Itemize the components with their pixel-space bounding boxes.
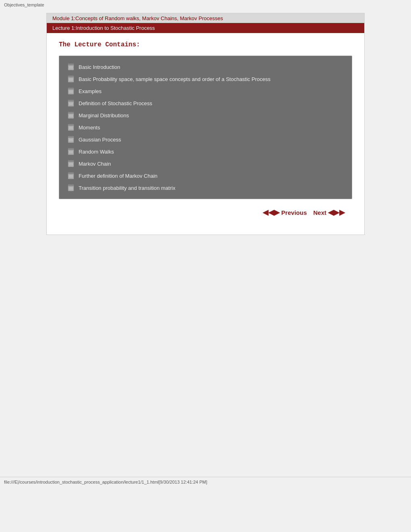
topic-label: Examples [79, 88, 102, 94]
topic-label: Basic Probability space, sample space co… [79, 76, 270, 82]
breadcrumb-module[interactable]: Module 1:Concepts of Random walks, Marko… [47, 13, 364, 23]
svg-rect-13 [68, 100, 74, 102]
topic-icon [67, 136, 75, 143]
topic-icon [67, 184, 75, 191]
svg-rect-9 [68, 88, 74, 89]
svg-rect-29 [68, 148, 74, 150]
breadcrumb-bar: Module 1:Concepts of Random walks, Marko… [47, 13, 364, 33]
topic-icon [67, 112, 75, 119]
topic-icon [67, 160, 75, 167]
topic-icon [67, 124, 75, 131]
topic-label: Random Walks [79, 149, 114, 155]
svg-rect-33 [68, 160, 74, 162]
topic-label: Definition of Stochastic Process [79, 100, 152, 106]
topic-label: Marginal Distributions [79, 112, 129, 118]
topics-box: Basic Introduction Basic Probability spa… [59, 56, 352, 199]
topic-item[interactable]: Random Walks [66, 145, 345, 158]
topic-item[interactable]: Gaussian Process [66, 133, 345, 145]
topic-icon [67, 75, 75, 83]
previous-icon: ◀◀▶ [263, 208, 280, 217]
main-container: Module 1:Concepts of Random walks, Marko… [46, 13, 365, 235]
svg-rect-5 [68, 76, 74, 77]
topic-item[interactable]: Basic Introduction [66, 61, 345, 73]
topic-label: Transition probability and transition ma… [79, 185, 175, 191]
svg-rect-37 [68, 172, 74, 174]
topic-item[interactable]: Transition probability and transition ma… [66, 182, 345, 194]
topic-item[interactable]: Definition of Stochastic Process [66, 97, 345, 109]
topic-item[interactable]: Examples [66, 85, 345, 97]
next-label: Next [313, 209, 326, 216]
topic-label: Moments [79, 125, 100, 131]
footer-bar: file:///E|/courses/introduction_stochast… [0, 477, 411, 487]
content-area: The Lecture Contains: Basic Introduction… [47, 33, 364, 235]
lecture-heading: The Lecture Contains: [59, 41, 352, 48]
topic-label: Markov Chain [79, 161, 111, 167]
topic-item[interactable]: Markov Chain [66, 158, 345, 170]
breadcrumb-lecture: Lecture 1:Introduction to Stochastic Pro… [47, 23, 364, 33]
topic-label: Further definition of Markov Chain [79, 173, 158, 179]
svg-rect-25 [68, 136, 74, 138]
topic-icon [67, 87, 75, 95]
next-icon: ◀▶▶ [328, 208, 345, 217]
svg-rect-1 [68, 64, 74, 65]
topic-icon [67, 148, 75, 155]
svg-rect-41 [68, 185, 74, 186]
nav-bar: ◀◀▶ Previous Next ◀▶▶ [59, 199, 352, 222]
topic-item[interactable]: Marginal Distributions [66, 109, 345, 121]
previous-button[interactable]: ◀◀▶ Previous [259, 206, 310, 218]
topic-icon [67, 172, 75, 179]
topic-item[interactable]: Further definition of Markov Chain [66, 170, 345, 182]
topic-icon [67, 63, 75, 71]
topic-label: Gaussian Process [79, 137, 121, 143]
previous-label: Previous [281, 209, 307, 216]
topic-label: Basic Introduction [79, 64, 120, 70]
topic-item[interactable]: Basic Probability space, sample space co… [66, 73, 345, 85]
browser-title: Objectives_template [0, 0, 411, 10]
next-button[interactable]: Next ◀▶▶ [310, 206, 348, 218]
topic-icon [67, 100, 75, 107]
svg-rect-17 [68, 112, 74, 114]
svg-rect-21 [68, 124, 74, 126]
topic-item[interactable]: Moments [66, 121, 345, 133]
